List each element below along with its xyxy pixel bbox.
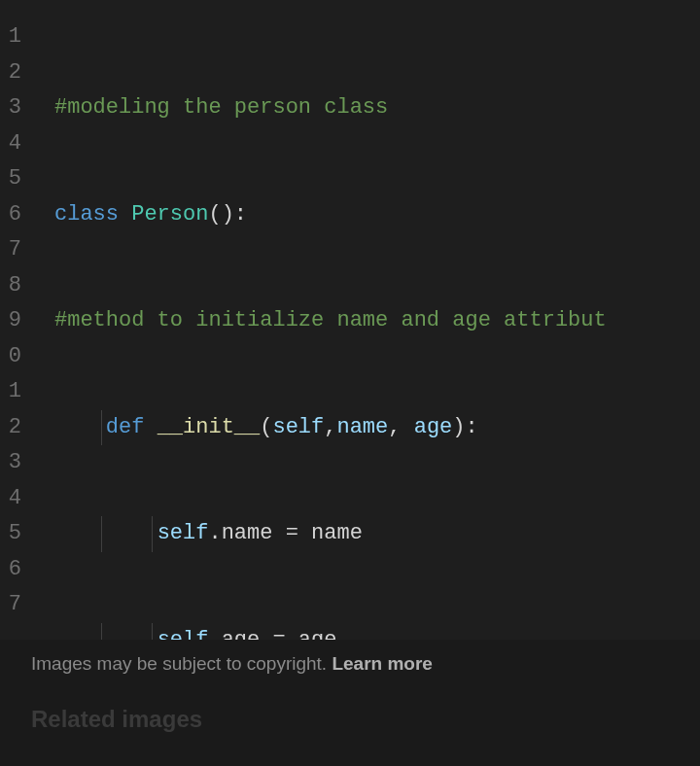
comment: #modeling the person class: [54, 95, 388, 120]
attribute: name: [222, 521, 273, 545]
param: age: [414, 415, 453, 439]
line-number: 4: [0, 126, 21, 162]
code-line[interactable]: def __init__(self,name, age):: [54, 410, 700, 446]
comment: #method to initialize name and age attri…: [54, 308, 607, 332]
param: name: [336, 415, 388, 439]
param: self: [272, 415, 324, 439]
code-content[interactable]: #modeling the person class class Person(…: [29, 0, 700, 640]
line-number: 7: [0, 232, 21, 268]
line-number-gutter: 1 2 3 4 5 6 7 8 9 0 1 2 3 4 5 6 7: [0, 0, 29, 640]
line-number: 2: [0, 55, 21, 91]
line-number: 0: [0, 339, 21, 375]
variable: name: [311, 521, 363, 545]
code-line[interactable]: #method to initialize name and age attri…: [54, 303, 700, 339]
line-number: 7: [0, 587, 21, 623]
variable: self: [158, 628, 209, 641]
code-line[interactable]: self.name = name: [54, 516, 700, 552]
copyright-text: Images may be subject to copyright.: [31, 653, 332, 674]
variable: age: [298, 628, 337, 641]
line-number: 2: [0, 410, 21, 446]
keyword: def: [106, 415, 145, 439]
line-number: 5: [0, 161, 21, 197]
line-number: 3: [0, 445, 21, 481]
code-editor[interactable]: 1 2 3 4 5 6 7 8 9 0 1 2 3 4 5 6 7 #model…: [0, 0, 700, 640]
line-number: 8: [0, 268, 21, 304]
line-number: 4: [0, 481, 21, 517]
code-line[interactable]: #modeling the person class: [54, 90, 700, 126]
line-number: 1: [0, 374, 21, 410]
line-number: 9: [0, 303, 21, 339]
code-line[interactable]: self.age = age: [54, 623, 700, 641]
line-number: 5: [0, 516, 21, 552]
class-name: Person: [131, 202, 208, 226]
learn-more-link[interactable]: Learn more: [332, 653, 432, 674]
line-number: 1: [0, 19, 21, 55]
function-name: __init__: [158, 415, 261, 439]
line-number: 3: [0, 90, 21, 126]
copyright-notice: Images may be subject to copyright. Lear…: [31, 653, 669, 675]
related-images-heading: Related images: [31, 706, 669, 733]
line-number: 6: [0, 197, 21, 233]
footer: Images may be subject to copyright. Lear…: [0, 640, 700, 733]
variable: self: [158, 521, 209, 545]
keyword: class: [54, 202, 119, 226]
attribute: age: [222, 628, 261, 641]
line-number: 6: [0, 552, 21, 588]
code-line[interactable]: class Person():: [54, 197, 700, 233]
